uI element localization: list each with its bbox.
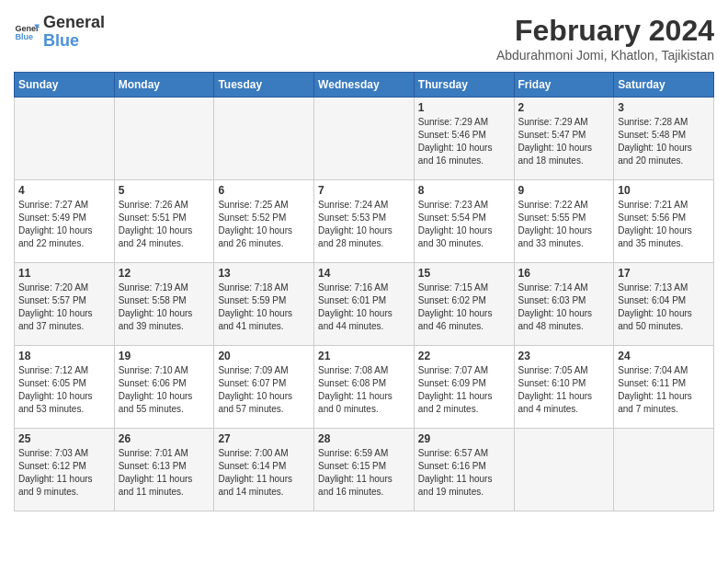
day-number: 5	[119, 184, 210, 197]
day-number: 14	[318, 267, 410, 280]
day-cell: 24Sunrise: 7:04 AM Sunset: 6:11 PM Dayli…	[614, 346, 714, 429]
day-info: Sunrise: 7:18 AM Sunset: 5:59 PM Dayligh…	[218, 282, 310, 333]
day-cell: 25Sunrise: 7:03 AM Sunset: 6:12 PM Dayli…	[15, 429, 115, 511]
location-subtitle: Abdurahmoni Jomi, Khatlon, Tajikistan	[496, 48, 714, 63]
day-info: Sunrise: 7:10 AM Sunset: 6:06 PM Dayligh…	[119, 364, 210, 416]
calendar-table: SundayMondayTuesdayWednesdayThursdayFrid…	[14, 72, 714, 511]
day-cell: 12Sunrise: 7:19 AM Sunset: 5:58 PM Dayli…	[114, 263, 214, 346]
day-cell: 15Sunrise: 7:15 AM Sunset: 6:02 PM Dayli…	[414, 263, 514, 346]
header-tuesday: Tuesday	[214, 73, 314, 98]
day-cell	[15, 98, 115, 180]
day-number: 22	[418, 350, 510, 362]
day-info: Sunrise: 6:59 AM Sunset: 6:15 PM Dayligh…	[318, 447, 410, 499]
day-number: 1	[418, 101, 510, 114]
day-info: Sunrise: 7:29 AM Sunset: 5:46 PM Dayligh…	[418, 116, 510, 167]
day-info: Sunrise: 7:07 AM Sunset: 6:09 PM Dayligh…	[418, 364, 510, 416]
day-number: 10	[618, 184, 710, 197]
day-cell: 13Sunrise: 7:18 AM Sunset: 5:59 PM Dayli…	[214, 263, 314, 346]
day-number: 2	[518, 101, 610, 114]
day-number: 9	[518, 184, 610, 197]
day-cell: 29Sunrise: 6:57 AM Sunset: 6:16 PM Dayli…	[414, 429, 514, 511]
day-number: 16	[518, 267, 610, 280]
day-cell: 7Sunrise: 7:24 AM Sunset: 5:53 PM Daylig…	[314, 180, 415, 263]
day-number: 8	[418, 184, 510, 197]
day-number: 13	[218, 267, 310, 280]
day-info: Sunrise: 7:15 AM Sunset: 6:02 PM Dayligh…	[418, 282, 510, 333]
day-info: Sunrise: 7:03 AM Sunset: 6:12 PM Dayligh…	[18, 447, 110, 499]
day-info: Sunrise: 7:08 AM Sunset: 6:08 PM Dayligh…	[318, 364, 410, 416]
day-info: Sunrise: 6:57 AM Sunset: 6:16 PM Dayligh…	[418, 447, 510, 499]
logo-text: General Blue	[43, 14, 105, 51]
day-number: 11	[18, 267, 110, 280]
week-row-4: 18Sunrise: 7:12 AM Sunset: 6:05 PM Dayli…	[15, 346, 714, 429]
day-info: Sunrise: 7:21 AM Sunset: 5:56 PM Dayligh…	[618, 199, 710, 250]
header-sunday: Sunday	[15, 73, 115, 98]
day-cell: 8Sunrise: 7:23 AM Sunset: 5:54 PM Daylig…	[414, 180, 514, 263]
day-info: Sunrise: 7:26 AM Sunset: 5:51 PM Dayligh…	[119, 199, 210, 250]
day-info: Sunrise: 7:20 AM Sunset: 5:57 PM Dayligh…	[18, 282, 110, 333]
day-number: 23	[518, 350, 610, 362]
day-cell: 1Sunrise: 7:29 AM Sunset: 5:46 PM Daylig…	[414, 98, 514, 180]
week-row-5: 25Sunrise: 7:03 AM Sunset: 6:12 PM Dayli…	[15, 429, 714, 511]
week-row-3: 11Sunrise: 7:20 AM Sunset: 5:57 PM Dayli…	[15, 263, 714, 346]
day-cell: 11Sunrise: 7:20 AM Sunset: 5:57 PM Dayli…	[15, 263, 115, 346]
day-number: 20	[218, 350, 310, 362]
day-number: 28	[318, 432, 410, 445]
day-cell: 16Sunrise: 7:14 AM Sunset: 6:03 PM Dayli…	[514, 263, 614, 346]
logo-icon: General Blue	[14, 19, 40, 45]
day-number: 19	[119, 350, 210, 362]
day-cell: 10Sunrise: 7:21 AM Sunset: 5:56 PM Dayli…	[614, 180, 714, 263]
day-cell: 6Sunrise: 7:25 AM Sunset: 5:52 PM Daylig…	[214, 180, 314, 263]
day-cell: 2Sunrise: 7:29 AM Sunset: 5:47 PM Daylig…	[514, 98, 614, 180]
day-number: 26	[119, 432, 210, 445]
day-info: Sunrise: 7:01 AM Sunset: 6:13 PM Dayligh…	[119, 447, 210, 499]
day-cell	[314, 98, 415, 180]
day-cell: 26Sunrise: 7:01 AM Sunset: 6:13 PM Dayli…	[114, 429, 214, 511]
day-cell: 17Sunrise: 7:13 AM Sunset: 6:04 PM Dayli…	[614, 263, 714, 346]
day-cell	[114, 98, 214, 180]
day-info: Sunrise: 7:23 AM Sunset: 5:54 PM Dayligh…	[418, 199, 510, 250]
day-cell: 20Sunrise: 7:09 AM Sunset: 6:07 PM Dayli…	[214, 346, 314, 429]
title-area: February 2024 Abdurahmoni Jomi, Khatlon,…	[496, 14, 714, 63]
day-cell: 28Sunrise: 6:59 AM Sunset: 6:15 PM Dayli…	[314, 429, 415, 511]
day-info: Sunrise: 7:27 AM Sunset: 5:49 PM Dayligh…	[18, 199, 110, 250]
day-number: 3	[618, 101, 710, 114]
page-header: General Blue General Blue February 2024 …	[14, 14, 714, 63]
header-friday: Friday	[514, 73, 614, 98]
day-number: 6	[218, 184, 310, 197]
day-cell	[614, 429, 714, 511]
day-info: Sunrise: 7:25 AM Sunset: 5:52 PM Dayligh…	[218, 199, 310, 250]
day-cell: 5Sunrise: 7:26 AM Sunset: 5:51 PM Daylig…	[114, 180, 214, 263]
day-info: Sunrise: 7:19 AM Sunset: 5:58 PM Dayligh…	[119, 282, 210, 333]
day-cell: 23Sunrise: 7:05 AM Sunset: 6:10 PM Dayli…	[514, 346, 614, 429]
day-info: Sunrise: 7:29 AM Sunset: 5:47 PM Dayligh…	[518, 116, 610, 167]
header-saturday: Saturday	[614, 73, 714, 98]
day-info: Sunrise: 7:04 AM Sunset: 6:11 PM Dayligh…	[618, 364, 710, 416]
day-info: Sunrise: 7:13 AM Sunset: 6:04 PM Dayligh…	[618, 282, 710, 333]
day-number: 27	[218, 432, 310, 445]
week-row-1: 1Sunrise: 7:29 AM Sunset: 5:46 PM Daylig…	[15, 98, 714, 180]
day-cell: 27Sunrise: 7:00 AM Sunset: 6:14 PM Dayli…	[214, 429, 314, 511]
day-info: Sunrise: 7:24 AM Sunset: 5:53 PM Dayligh…	[318, 199, 410, 250]
day-cell: 9Sunrise: 7:22 AM Sunset: 5:55 PM Daylig…	[514, 180, 614, 263]
month-title: February 2024	[496, 14, 714, 48]
day-info: Sunrise: 7:00 AM Sunset: 6:14 PM Dayligh…	[218, 447, 310, 499]
day-info: Sunrise: 7:28 AM Sunset: 5:48 PM Dayligh…	[618, 116, 710, 167]
calendar-header-row: SundayMondayTuesdayWednesdayThursdayFrid…	[15, 73, 714, 98]
day-info: Sunrise: 7:22 AM Sunset: 5:55 PM Dayligh…	[518, 199, 610, 250]
day-cell: 18Sunrise: 7:12 AM Sunset: 6:05 PM Dayli…	[15, 346, 115, 429]
day-number: 24	[618, 350, 710, 362]
day-cell	[214, 98, 314, 180]
header-wednesday: Wednesday	[314, 73, 415, 98]
day-number: 17	[618, 267, 710, 280]
svg-text:Blue: Blue	[15, 32, 33, 41]
day-cell	[514, 429, 614, 511]
day-info: Sunrise: 7:14 AM Sunset: 6:03 PM Dayligh…	[518, 282, 610, 333]
week-row-2: 4Sunrise: 7:27 AM Sunset: 5:49 PM Daylig…	[15, 180, 714, 263]
day-info: Sunrise: 7:05 AM Sunset: 6:10 PM Dayligh…	[518, 364, 610, 416]
day-number: 7	[318, 184, 410, 197]
day-info: Sunrise: 7:16 AM Sunset: 6:01 PM Dayligh…	[318, 282, 410, 333]
day-cell: 19Sunrise: 7:10 AM Sunset: 6:06 PM Dayli…	[114, 346, 214, 429]
day-number: 25	[18, 432, 110, 445]
day-cell: 4Sunrise: 7:27 AM Sunset: 5:49 PM Daylig…	[15, 180, 115, 263]
